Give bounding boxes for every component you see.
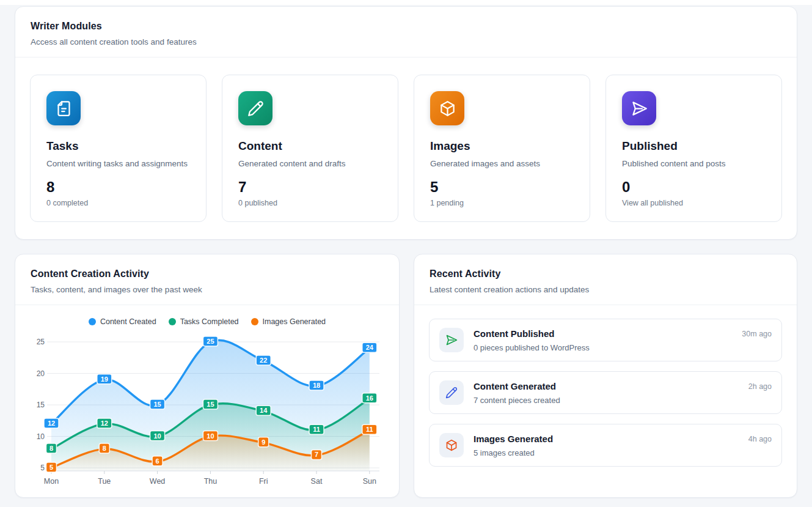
svg-text:22: 22 <box>260 357 267 364</box>
svg-text:9: 9 <box>262 439 265 446</box>
recent-activity-title: Recent Activity <box>430 268 781 279</box>
module-title: Published <box>622 139 766 153</box>
svg-text:16: 16 <box>366 394 373 402</box>
data-label: 25 <box>203 336 218 346</box>
send-icon <box>631 100 648 117</box>
data-label: 19 <box>97 374 112 384</box>
svg-text:Wed: Wed <box>150 477 166 486</box>
module-title: Images <box>430 139 574 153</box>
send-icon <box>445 334 458 346</box>
data-label: 24 <box>362 342 377 352</box>
chart-panel-title: Content Creation Activity <box>31 268 384 279</box>
activity-description: 7 content pieces created <box>474 396 739 405</box>
svg-text:20: 20 <box>37 369 45 378</box>
module-count: 7 <box>238 179 382 196</box>
data-label: 10 <box>203 431 218 441</box>
svg-text:25: 25 <box>37 338 45 346</box>
activity-description: 5 images created <box>474 448 739 457</box>
svg-text:14: 14 <box>260 407 268 414</box>
package-icon <box>439 100 456 117</box>
writer-modules-subtitle: Access all content creation tools and fe… <box>31 37 781 46</box>
module-description: Published content and posts <box>622 159 766 168</box>
legend-item[interactable]: Tasks Completed <box>169 317 239 326</box>
legend-label: Images Generated <box>263 317 326 326</box>
module-description: Content writing tasks and assignments <box>46 159 190 168</box>
data-label: 22 <box>256 355 271 365</box>
writer-modules-title: Writer Modules <box>31 21 781 32</box>
data-label: 8 <box>46 443 57 453</box>
svg-text:8: 8 <box>103 445 106 452</box>
svg-text:7: 7 <box>315 451 318 458</box>
module-count: 8 <box>46 179 190 196</box>
data-label: 11 <box>309 424 324 434</box>
svg-text:11: 11 <box>313 426 320 433</box>
module-icon-tile <box>46 91 81 125</box>
svg-text:15: 15 <box>153 401 161 408</box>
activity-texts: Content Published0 pieces published to W… <box>474 328 732 352</box>
bottom-row: Content Creation Activity Tasks, content… <box>15 254 797 498</box>
legend-dot <box>251 318 258 325</box>
data-label: 12 <box>97 418 112 428</box>
activity-description: 0 pieces published to WordPress <box>474 343 732 352</box>
recent-activity-header: Recent Activity Latest content creation … <box>414 254 797 305</box>
activity-title: Images Generated <box>474 434 739 444</box>
data-label: 5 <box>46 462 57 472</box>
legend-item[interactable]: Images Generated <box>251 317 326 326</box>
module-card-images[interactable]: ImagesGenerated images and assets51 pend… <box>414 75 590 222</box>
svg-text:5: 5 <box>49 464 53 471</box>
module-icon-tile <box>238 91 272 125</box>
chart-panel-header: Content Creation Activity Tasks, content… <box>15 254 399 305</box>
svg-text:Thu: Thu <box>204 477 218 486</box>
data-label: 11 <box>362 424 377 434</box>
data-label: 16 <box>362 393 377 403</box>
activity-icon-tile <box>439 328 464 352</box>
svg-text:18: 18 <box>313 382 320 389</box>
data-label: 10 <box>150 431 165 441</box>
pencil-icon <box>247 100 264 117</box>
svg-text:24: 24 <box>366 344 374 351</box>
svg-text:19: 19 <box>101 376 108 383</box>
data-label: 15 <box>203 399 218 409</box>
svg-text:10: 10 <box>207 432 214 440</box>
svg-text:Sat: Sat <box>311 477 323 486</box>
module-card-content[interactable]: ContentGenerated content and drafts70 pu… <box>222 75 398 222</box>
data-label: 15 <box>150 399 165 409</box>
module-count: 0 <box>622 179 766 196</box>
chart-body: Content CreatedTasks CompletedImages Gen… <box>15 305 399 497</box>
module-card-published[interactable]: PublishedPublished content and posts0Vie… <box>605 75 782 222</box>
data-label: 8 <box>99 443 109 453</box>
module-subtext: 1 pending <box>430 199 574 207</box>
pencil-icon <box>445 387 458 399</box>
module-card-tasks[interactable]: TasksContent writing tasks and assignmen… <box>30 75 207 222</box>
module-subtext: 0 completed <box>46 199 190 207</box>
recent-activity-subtitle: Latest content creation actions and upda… <box>430 285 781 294</box>
activity-timestamp: 2h ago <box>748 380 772 391</box>
data-label: 6 <box>152 456 163 466</box>
svg-text:Mon: Mon <box>44 477 59 486</box>
dashboard-page: Writer Modules Access all content creati… <box>0 5 812 498</box>
legend-item[interactable]: Content Created <box>89 317 156 326</box>
activity-timestamp: 30m ago <box>742 328 772 338</box>
svg-text:5: 5 <box>40 464 45 472</box>
svg-text:11: 11 <box>366 426 373 433</box>
data-label: 12 <box>44 418 59 428</box>
svg-text:15: 15 <box>37 401 45 409</box>
svg-text:15: 15 <box>207 401 214 408</box>
module-icon-tile <box>622 91 656 125</box>
activity-title: Content Generated <box>474 381 739 391</box>
writer-modules-body: TasksContent writing tasks and assignmen… <box>15 57 797 239</box>
activity-line-chart: 510152025MonTueWedThuFriSatSun1219152522… <box>15 328 399 497</box>
svg-text:6: 6 <box>156 457 159 465</box>
activity-texts: Content Generated7 content pieces create… <box>474 381 739 405</box>
svg-text:12: 12 <box>48 420 55 427</box>
legend-dot <box>169 318 176 325</box>
data-label: 9 <box>258 437 269 447</box>
writer-modules-header: Writer Modules Access all content creati… <box>15 7 797 57</box>
svg-text:12: 12 <box>101 420 108 427</box>
svg-text:8: 8 <box>49 445 53 452</box>
activity-item: Images Generated5 images created4h ago <box>429 424 782 467</box>
activity-item: Content Generated7 content pieces create… <box>429 371 782 414</box>
modules-grid: TasksContent writing tasks and assignmen… <box>30 75 782 222</box>
chart-legend: Content CreatedTasks CompletedImages Gen… <box>15 317 399 326</box>
chart-panel-subtitle: Tasks, content, and images over the past… <box>31 285 384 294</box>
